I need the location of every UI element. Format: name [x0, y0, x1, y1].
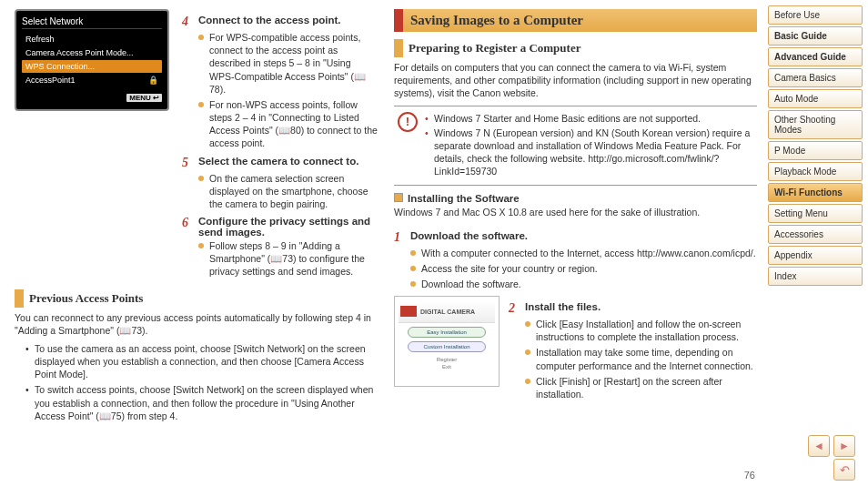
camera-lcd-mockup: Select Network Refresh Camera Access Poi… [15, 9, 169, 111]
nav-appendix[interactable]: Appendix [768, 246, 863, 265]
nav-p-mode[interactable]: P Mode [768, 141, 863, 160]
step-4: 4 Connect to the access point. [182, 15, 378, 29]
para-os: Windows 7 and Mac OS X 10.8 are used her… [394, 206, 757, 218]
lock-icon: 🔒 [148, 76, 158, 85]
nav-playback-mode[interactable]: Playback Mode [768, 162, 863, 181]
heading-preparing: Preparing to Register a Computer [394, 39, 757, 57]
step-1: 1 Download the software. [394, 230, 757, 245]
prev-page-button[interactable]: ◄ [808, 435, 830, 457]
nav-basic-guide[interactable]: Basic Guide [768, 26, 863, 46]
para-details: For details on computers that you can co… [394, 61, 757, 100]
step-6: 6 Configure the privacy settings and sen… [182, 216, 378, 238]
step-2: 2 Install the files. [509, 301, 757, 316]
prev-bullets: To use the camera as an access point, ch… [25, 342, 378, 422]
step-title: Install the files. [525, 301, 601, 316]
nav-camera-basics[interactable]: Camera Basics [768, 68, 863, 87]
toc-sidebar: Before Use Basic Guide Advanced Guide Ca… [768, 0, 868, 486]
step-5: 5 Select the camera to connect to. [182, 156, 378, 170]
step-6-bullets: Follow steps 8 – 9 in "Adding a Smartpho… [198, 239, 378, 278]
heading-installing-software: Installing the Software [394, 193, 757, 204]
next-page-button[interactable]: ► [833, 435, 855, 457]
step-number: 1 [394, 230, 410, 245]
step-2-bullets: Click [Easy Installation] and follow the… [525, 318, 757, 400]
return-button[interactable]: ↶ [833, 459, 855, 481]
step-1-bullets: With a computer connected to the Interne… [410, 247, 757, 291]
step-title: Select the camera to connect to. [198, 156, 358, 170]
step-title: Download the software. [410, 230, 528, 245]
step-title: Configure the privacy settings and send … [198, 216, 378, 238]
step-4-bullets: For WPS-compatible access points, connec… [198, 31, 378, 150]
lcd-menu-hint: MENU ↩ [22, 94, 162, 102]
nav-wifi-functions[interactable]: Wi-Fi Functions [768, 183, 863, 202]
heading-previous-access-points: Previous Access Points [15, 289, 378, 308]
step-number: 2 [509, 301, 525, 316]
right-column: Saving Images to a Computer Preparing to… [394, 9, 757, 481]
lcd-title: Select Network [22, 16, 162, 29]
prev-para: You can reconnect to any previous access… [15, 311, 378, 337]
nav-setting-menu[interactable]: Setting Menu [768, 204, 863, 223]
lcd-row: Refresh [22, 33, 162, 46]
software-installer-screenshot: DIGITAL CAMERA Easy Installation Custom … [394, 296, 500, 387]
nav-index[interactable]: Index [768, 267, 863, 286]
nav-before-use[interactable]: Before Use [768, 5, 863, 25]
lcd-row: AccessPoint1 🔒 [22, 74, 162, 86]
step-number: 5 [182, 156, 198, 170]
note-box: ! Windows 7 Starter and Home Basic editi… [394, 106, 757, 187]
nav-other-shooting[interactable]: Other Shooting Modes [768, 110, 863, 139]
nav-advanced-guide[interactable]: Advanced Guide [768, 47, 863, 66]
lcd-row: Camera Access Point Mode... [22, 46, 162, 59]
nav-accessories[interactable]: Accessories [768, 225, 863, 244]
nav-auto-mode[interactable]: Auto Mode [768, 89, 863, 108]
lcd-row-selected: WPS Connection... [22, 60, 162, 73]
step-number: 4 [182, 15, 198, 29]
page-number: 76 [744, 470, 755, 481]
step-title: Connect to the access point. [198, 15, 341, 29]
heading-saving-images: Saving Images to a Computer [394, 9, 757, 32]
step-number: 6 [182, 216, 198, 238]
warning-icon: ! [398, 112, 418, 132]
step-5-bullets: On the camera selection screen displayed… [198, 172, 378, 211]
left-column: Select Network Refresh Camera Access Poi… [15, 9, 378, 481]
